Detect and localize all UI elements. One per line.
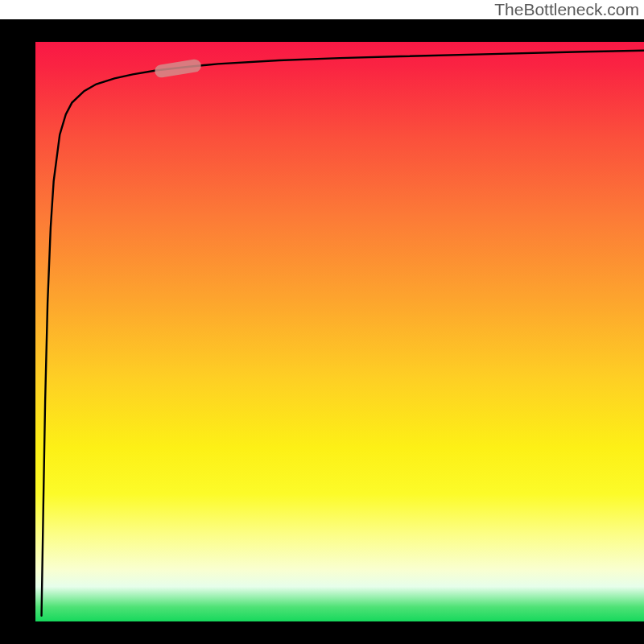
curve-marker <box>154 59 202 79</box>
chart-root: TheBottleneck.com <box>0 0 644 644</box>
chart-frame <box>0 19 644 644</box>
watermark-label: TheBottleneck.com <box>494 0 639 19</box>
curve-layer <box>35 42 644 621</box>
bottleneck-curve <box>42 51 644 616</box>
plot-area <box>35 42 644 621</box>
